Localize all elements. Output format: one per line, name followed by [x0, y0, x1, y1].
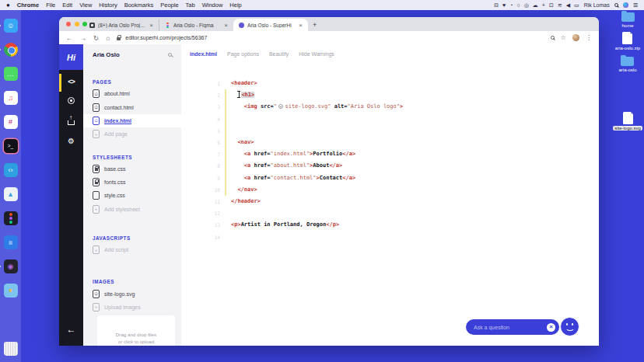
code-line[interactable]: 6<nav> — [181, 137, 599, 148]
menu-bookmarks[interactable]: Bookmarks — [124, 2, 154, 9]
new-tab-button[interactable]: + — [313, 21, 317, 29]
cloud-icon[interactable]: ☁ — [533, 2, 538, 9]
code-line[interactable]: 4 — [181, 113, 599, 125]
back-button[interactable]: ← — [66, 34, 73, 42]
menu-edit[interactable]: Edit — [62, 2, 72, 9]
file-site-logo.svg[interactable]: ☺site-logo.svg — [83, 287, 181, 300]
browser-tab[interactable]: Aria Oslo - SuperHi× — [233, 19, 308, 31]
menu-file[interactable]: File — [46, 2, 55, 9]
dock-messages-icon[interactable]: … — [4, 67, 18, 81]
menu-window[interactable]: Window — [202, 2, 223, 9]
code-line[interactable]: 7<a href="index.html">Portfolio</a> — [181, 148, 599, 160]
browser-menu-icon[interactable]: ⋮ — [586, 34, 592, 41]
code-line[interactable]: 2<h1> — [181, 89, 599, 101]
reload-button[interactable]: ↻ — [93, 34, 99, 42]
display-icon[interactable]: ⊡ — [549, 2, 554, 9]
code-line[interactable]: 3<img src="site-logo.svg" alt="Aria Oslo… — [181, 101, 599, 113]
code-line[interactable]: 11</header> — [181, 196, 599, 207]
display-mirror-icon[interactable]: ⊟ — [494, 2, 499, 9]
file-add-stylesheet[interactable]: +Add stylesheet — [83, 203, 181, 216]
file-add-page[interactable]: +Add page — [83, 127, 181, 141]
file-upload-images[interactable]: +Upload images — [83, 301, 181, 314]
dock-slack-icon[interactable]: # — [4, 115, 18, 129]
preview-icon[interactable] — [68, 97, 75, 104]
code-line[interactable]: 13<p>Artist in Portland, Oregon</p> — [181, 219, 599, 231]
zoom-window-button[interactable] — [82, 22, 87, 26]
code-line[interactable]: 5 — [181, 125, 599, 137]
spotlight-search-icon[interactable] — [614, 3, 618, 7]
settings-gear-icon[interactable]: ⚙ — [68, 137, 75, 145]
dock-media-icon[interactable]: ◉ — [4, 259, 18, 273]
home-button[interactable]: ⌂ — [106, 34, 110, 42]
file-base.css[interactable]: base.css — [83, 162, 181, 176]
dock-preview-icon[interactable]: ▲ — [4, 187, 18, 201]
file-dropzone[interactable]: Drag and drop files or click to upload — [97, 315, 175, 346]
code-line[interactable]: 12 — [181, 207, 599, 219]
page-options-button[interactable]: Page options — [227, 51, 259, 57]
beautify-button[interactable]: Beautify — [269, 51, 289, 57]
dock-bird-icon[interactable]: ▾ — [4, 284, 18, 298]
clock-icon[interactable]: ◔ — [509, 2, 513, 8]
browser-tab[interactable]: (8+) Aria Oslo Project× — [84, 19, 159, 31]
code-line[interactable]: 8<a href="about.html">About</a> — [181, 160, 599, 172]
desktop-icon-aria-oslo.zip[interactable]: aria-oslo.zip — [615, 32, 640, 50]
menu-history[interactable]: History — [99, 2, 117, 9]
wifi-icon[interactable]: ≋ — [558, 2, 562, 9]
chat-close-icon[interactable]: × — [547, 323, 555, 332]
file-search-icon[interactable] — [168, 53, 172, 57]
code-line[interactable]: 10</nav> — [181, 184, 599, 196]
file-style.css[interactable]: style.css — [83, 189, 181, 202]
desktop-icon-home[interactable]: home — [621, 10, 635, 28]
siri-icon[interactable] — [623, 2, 628, 8]
zoom-page-icon[interactable] — [551, 36, 555, 40]
chat-smiley-button[interactable] — [560, 317, 579, 336]
menu-tab[interactable]: Tab — [186, 2, 195, 9]
file-contact.html[interactable]: ☺contact.html — [83, 100, 181, 113]
record-icon[interactable]: ◎ — [524, 2, 529, 9]
menubar-username[interactable]: Rik Lomas — [584, 2, 610, 8]
code-line[interactable]: 14 — [181, 231, 599, 243]
menu-people[interactable]: People — [160, 2, 178, 9]
tab-close-icon[interactable]: × — [299, 22, 303, 29]
file-add-script[interactable]: +Add script — [83, 243, 181, 256]
minimize-window-button[interactable] — [75, 22, 79, 26]
volume-icon[interactable]: ◀ — [566, 2, 570, 9]
dock-finder-icon[interactable]: ☺ — [4, 19, 18, 33]
file-index.html[interactable]: ☺index.html — [83, 114, 181, 127]
dock-trash-icon[interactable] — [4, 342, 18, 356]
tab-close-icon[interactable]: × — [224, 22, 228, 29]
battery-icon[interactable]: ▭ — [574, 2, 579, 9]
dock-chrome-icon[interactable] — [4, 43, 18, 57]
tab-close-icon[interactable]: × — [149, 22, 153, 29]
dock-figma-icon[interactable] — [4, 211, 18, 225]
browser-tab[interactable]: Aria Oslo - Figma× — [159, 19, 233, 31]
menu-help[interactable]: Help — [229, 2, 241, 9]
notification-center-icon[interactable]: ☰ — [633, 2, 638, 9]
desktop-icon-aria-oslo[interactable]: aria-oslo — [618, 54, 636, 72]
back-to-dashboard-button[interactable]: ← — [67, 324, 76, 335]
open-file-tab[interactable]: index.html — [190, 51, 217, 57]
plus-icon[interactable]: + — [542, 2, 545, 8]
dock-music-icon[interactable]: ♫ — [4, 91, 18, 105]
browser-profile-avatar[interactable] — [572, 34, 579, 41]
publish-icon[interactable] — [68, 120, 75, 125]
apple-menu-icon[interactable]: ● — [6, 2, 10, 9]
close-window-button[interactable] — [66, 22, 71, 26]
dock-intercom-icon[interactable]: ||| — [4, 235, 18, 249]
code-line[interactable]: 1<header> — [181, 78, 599, 89]
menu-chrome[interactable]: Chrome — [17, 2, 39, 9]
desktop-icon-site-logo.svg[interactable]: site-logo.svg — [613, 112, 642, 131]
dock-terminal-icon[interactable]: >_ — [4, 139, 18, 153]
code-view-icon[interactable]: <> — [68, 78, 75, 85]
dock-vscode-icon[interactable]: ‹› — [4, 163, 18, 177]
file-about.html[interactable]: ☺about.html — [83, 87, 181, 100]
menu-view[interactable]: View — [79, 2, 92, 9]
bookmark-star-icon[interactable]: ☆ — [561, 34, 566, 41]
file-fonts.css[interactable]: fonts.css — [83, 176, 181, 189]
forward-button[interactable]: → — [80, 34, 87, 42]
shield-icon[interactable]: ♥ — [502, 2, 506, 8]
ask-question-input[interactable] — [466, 325, 547, 330]
circle-icon[interactable]: ○ — [516, 2, 520, 8]
code-line[interactable]: 9<a href="contact.html">Contact</a> — [181, 172, 599, 184]
hide-warnings-button[interactable]: Hide Warnings — [299, 51, 334, 57]
